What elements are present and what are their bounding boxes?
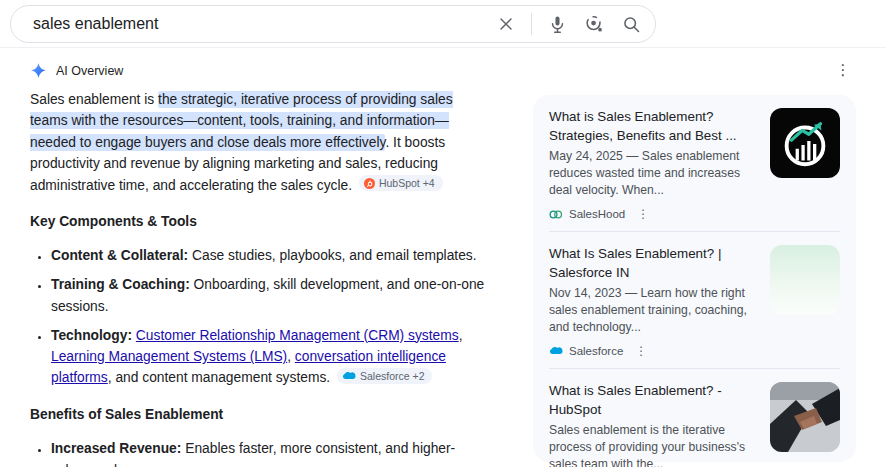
results-panel: What is Sales Enablement? Strategies, Be… — [533, 95, 856, 462]
saleshood-icon — [549, 209, 563, 220]
source-chip[interactable]: Salesforce +2 — [337, 368, 433, 384]
result-cards: What is Sales Enablement? Strategies, Be… — [549, 95, 840, 467]
mint-gradient-thumbnail — [770, 245, 840, 315]
section-heading: Benefits of Sales Enablement — [30, 404, 492, 425]
result-source-name: Salesforce — [569, 345, 623, 357]
search-header — [0, 0, 886, 48]
bullet-term: Technology: — [51, 328, 132, 343]
inline-link[interactable]: Learning Management Systems (LMS) — [51, 349, 287, 364]
bullet-term: Training & Coaching: — [51, 277, 190, 292]
section-heading: Key Components & Tools — [30, 211, 492, 232]
result-card-text: What is Sales Enablement? Strategies, Be… — [549, 108, 758, 221]
result-source-name: SalesHood — [569, 208, 625, 220]
result-card[interactable]: What is Sales Enablement? Strategies, Be… — [549, 95, 840, 232]
overview-paragraph: Sales enablement is the strategic, itera… — [30, 89, 492, 196]
search-bar-divider — [531, 13, 532, 35]
voice-search-icon[interactable] — [545, 12, 569, 36]
result-card-text: What Is Sales Enablement? | Salesforce I… — [549, 245, 758, 358]
salesforce-icon — [549, 346, 563, 356]
result-menu-button[interactable]: ⋮ — [635, 207, 651, 221]
hubspot-icon — [364, 178, 375, 189]
result-title[interactable]: What is Sales Enablement? Strategies, Be… — [549, 108, 758, 145]
bullet-list: Content & Collateral: Case studies, play… — [30, 245, 492, 388]
result-snippet: May 24, 2025 — Sales enablement reduces … — [549, 148, 758, 199]
bullet-item: Technology: Customer Relationship Manage… — [51, 325, 492, 389]
search-bar-icons — [481, 12, 643, 36]
result-card-text: What is Sales Enablement? - HubSpotSales… — [549, 382, 758, 467]
bar-chart-logo-thumbnail — [770, 108, 840, 178]
sparkle-icon — [30, 62, 47, 79]
clear-icon[interactable] — [494, 12, 518, 36]
intro-text: Sales enablement is — [30, 92, 158, 107]
source-chip[interactable]: HubSpot +4 — [359, 175, 443, 191]
inline-link[interactable]: Customer Relationship Management (CRM) s… — [136, 328, 459, 343]
ai-overview-content: Sales enablement is the strategic, itera… — [30, 89, 492, 467]
overview-sections: Key Components & ToolsContent & Collater… — [30, 211, 492, 467]
source-chip-label: Salesforce +2 — [360, 370, 425, 382]
bullet-term: Content & Collateral: — [51, 248, 188, 263]
source-chip-label: HubSpot +4 — [379, 177, 435, 189]
salesforce-icon — [342, 371, 356, 381]
result-card[interactable]: What Is Sales Enablement? | Salesforce I… — [549, 232, 840, 369]
result-source-row: Salesforce⋮ — [549, 344, 758, 358]
ai-overview-title: AI Overview — [56, 64, 123, 78]
search-icon[interactable] — [619, 12, 643, 36]
bullet-item: Increased Revenue: Enables faster, more … — [51, 438, 492, 467]
result-snippet: Sales enablement is the iterative proces… — [549, 422, 758, 467]
result-snippet: Nov 14, 2023 — Learn how the right sales… — [549, 285, 758, 336]
search-input[interactable] — [31, 14, 481, 34]
bullet-item: Training & Coaching: Onboarding, skill d… — [51, 274, 492, 317]
result-title[interactable]: What is Sales Enablement? - HubSpot — [549, 382, 758, 419]
result-source-row: SalesHood⋮ — [549, 207, 758, 221]
ai-overview-header: AI Overview — [30, 62, 123, 79]
result-title[interactable]: What Is Sales Enablement? | Salesforce I… — [549, 245, 758, 282]
handshake-photo-thumbnail — [770, 382, 840, 452]
result-card[interactable]: What is Sales Enablement? - HubSpotSales… — [549, 369, 840, 467]
bullet-term: Increased Revenue: — [51, 441, 181, 456]
bullet-list: Increased Revenue: Enables faster, more … — [30, 438, 492, 467]
result-menu-button[interactable]: ⋮ — [633, 344, 649, 358]
lens-icon[interactable] — [582, 12, 606, 36]
overview-menu-button[interactable]: ⋮ — [833, 60, 853, 80]
bullet-item: Content & Collateral: Case studies, play… — [51, 245, 492, 266]
search-bar[interactable] — [10, 5, 656, 43]
